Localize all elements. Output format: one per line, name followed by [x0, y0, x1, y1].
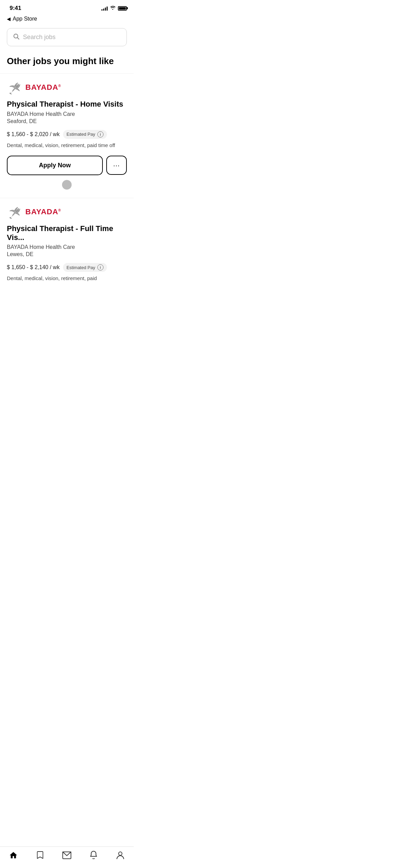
- more-options-button[interactable]: ···: [106, 156, 127, 175]
- status-bar: 9:41: [0, 0, 134, 14]
- apply-now-button[interactable]: Apply Now: [7, 156, 103, 175]
- company-logo: BAYADA®: [7, 205, 127, 219]
- company-name: BAYADA Home Health Care: [7, 111, 127, 117]
- pay-range: $ 1,650 - $ 2,140 / wk: [7, 264, 60, 270]
- job-location: Seaford, DE: [7, 118, 127, 124]
- svg-point-5: [10, 218, 11, 218]
- job-location: Lewes, DE: [7, 251, 127, 257]
- company-name: BAYADA Home Health Care: [7, 244, 127, 250]
- signal-icon: [101, 6, 108, 11]
- bayada-logo: BAYADA®: [7, 205, 61, 219]
- action-row: Apply Now ···: [7, 156, 127, 175]
- pay-row: $ 1,650 - $ 2,140 / wk Estimated Pay i: [7, 263, 127, 272]
- job-card: BAYADA® Physical Therapist - Home Visits…: [0, 73, 134, 197]
- svg-line-1: [17, 38, 19, 39]
- job-title: Physical Therapist - Home Visits: [7, 100, 127, 109]
- carousel-dot: [62, 180, 72, 190]
- estimated-pay-badge[interactable]: Estimated Pay i: [63, 130, 107, 139]
- search-icon: [13, 33, 20, 41]
- back-arrow-icon: ◀: [7, 16, 11, 22]
- bayada-name: BAYADA®: [25, 207, 61, 216]
- status-time: 9:41: [10, 5, 21, 12]
- bayada-logo: BAYADA®: [7, 81, 61, 94]
- company-logo: BAYADA®: [7, 81, 127, 94]
- job-benefits: Dental, medical, vision, retirement, pai…: [7, 275, 127, 282]
- job-card: BAYADA® Physical Therapist - Full Time V…: [0, 198, 134, 297]
- info-icon[interactable]: i: [97, 264, 104, 270]
- estimated-pay-badge[interactable]: Estimated Pay i: [63, 263, 107, 272]
- scroll-content: Search jobs Other jobs you might like: [0, 25, 134, 331]
- estimated-pay-label: Estimated Pay: [66, 265, 95, 270]
- search-container: Search jobs: [0, 25, 134, 52]
- bayada-bird-icon: [7, 205, 23, 219]
- bayada-name: BAYADA®: [25, 83, 61, 92]
- back-label: App Store: [13, 16, 37, 22]
- job-title: Physical Therapist - Full Time Vis...: [7, 224, 127, 242]
- info-icon[interactable]: i: [97, 131, 104, 137]
- pay-row: $ 1,560 - $ 2,020 / wk Estimated Pay i: [7, 130, 127, 139]
- search-placeholder: Search jobs: [23, 34, 56, 41]
- status-icons: [101, 5, 127, 11]
- pay-range: $ 1,560 - $ 2,020 / wk: [7, 131, 60, 137]
- section-heading: Other jobs you might like: [0, 52, 134, 73]
- svg-point-2: [10, 94, 11, 94]
- job-benefits: Dental, medical, vision, retirement, pai…: [7, 142, 127, 149]
- battery-icon: [118, 6, 127, 11]
- estimated-pay-label: Estimated Pay: [66, 132, 95, 137]
- dot-indicator: [7, 180, 127, 190]
- wifi-icon: [110, 5, 116, 11]
- nav-back-bar[interactable]: ◀ App Store: [0, 14, 134, 25]
- bayada-bird-icon: [7, 81, 23, 94]
- search-bar[interactable]: Search jobs: [7, 28, 127, 46]
